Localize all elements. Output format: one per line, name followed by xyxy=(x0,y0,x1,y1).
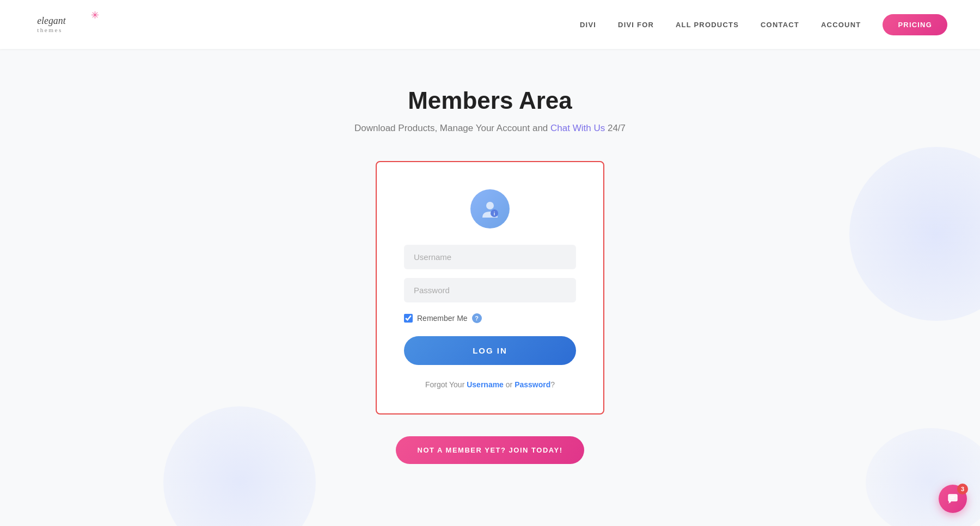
svg-text:elegant: elegant xyxy=(37,15,66,26)
subtitle-prefix: Download Products, Manage Your Account a… xyxy=(354,123,550,133)
forgot-password-link[interactable]: Password xyxy=(514,380,550,389)
user-avatar-icon: i xyxy=(470,189,510,228)
forgot-suffix: ? xyxy=(550,380,555,389)
forgot-or: or xyxy=(504,380,514,389)
bg-blob-bottom-right xyxy=(866,428,980,526)
nav-contact[interactable]: CONTACT xyxy=(761,21,799,29)
password-input[interactable] xyxy=(404,278,576,302)
main-content: Members Area Download Products, Manage Y… xyxy=(0,49,980,526)
nav-divi[interactable]: DIVI xyxy=(580,21,596,29)
chat-icon xyxy=(946,492,959,505)
logo[interactable]: elegant themes ✳ xyxy=(33,10,103,40)
forgot-prefix: Forgot Your xyxy=(425,380,467,389)
page-subtitle: Download Products, Manage Your Account a… xyxy=(354,123,626,134)
svg-text:i: i xyxy=(494,211,495,216)
username-input[interactable] xyxy=(404,245,576,269)
svg-text:themes: themes xyxy=(37,26,63,33)
nav-account[interactable]: ACCOUNT xyxy=(821,21,861,29)
page-title: Members Area xyxy=(408,87,572,114)
site-header: elegant themes ✳ DIVI DIVI FOR ALL PRODU… xyxy=(0,0,980,49)
nav-all-products[interactable]: ALL PRODUCTS xyxy=(676,21,739,29)
svg-point-3 xyxy=(486,202,494,209)
svg-rect-6 xyxy=(948,494,957,501)
remember-row: Remember Me ? xyxy=(404,313,576,323)
chat-widget[interactable]: 3 xyxy=(939,485,967,513)
main-nav: DIVI DIVI FOR ALL PRODUCTS CONTACT ACCOU… xyxy=(580,14,947,35)
join-button[interactable]: NOT A MEMBER YET? JOIN TODAY! xyxy=(396,436,585,464)
login-card: i Remember Me ? LOG IN Forgot Your Usern… xyxy=(376,161,604,414)
remember-me-checkbox[interactable] xyxy=(404,314,413,323)
login-button[interactable]: LOG IN xyxy=(404,336,576,365)
bg-blob-right xyxy=(849,147,980,321)
remember-me-label: Remember Me xyxy=(417,314,468,323)
forgot-text: Forgot Your Username or Password? xyxy=(425,380,555,389)
chat-link[interactable]: Chat With Us xyxy=(550,123,605,133)
svg-text:✳: ✳ xyxy=(91,10,99,21)
nav-divi-for[interactable]: DIVI FOR xyxy=(618,21,654,29)
chat-badge: 3 xyxy=(957,484,968,494)
subtitle-suffix: 24/7 xyxy=(605,123,626,133)
pricing-button[interactable]: PRICING xyxy=(883,14,947,35)
forgot-username-link[interactable]: Username xyxy=(467,380,504,389)
bg-blob-bottom-left xyxy=(163,406,316,526)
remember-help-icon[interactable]: ? xyxy=(472,313,482,323)
